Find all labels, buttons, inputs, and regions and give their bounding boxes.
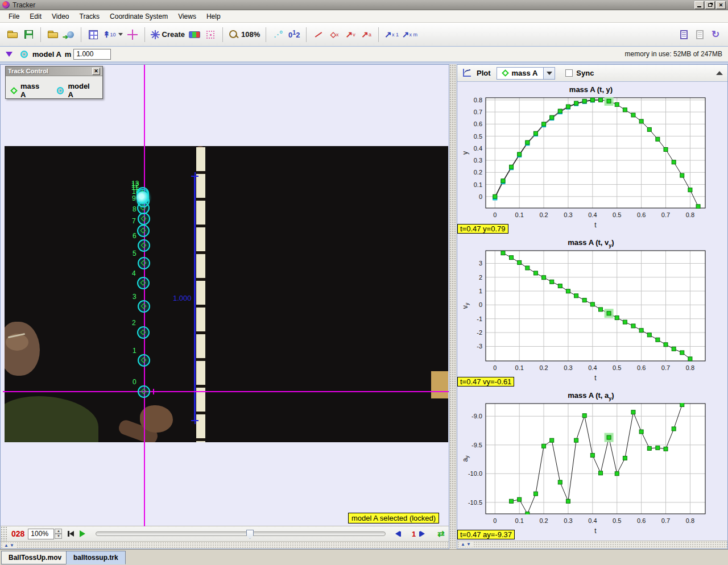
- plot-pane-splitter[interactable]: ▲▼: [457, 541, 727, 549]
- track-point-8[interactable]: 8: [138, 213, 150, 225]
- refresh-button[interactable]: ↻: [708, 26, 723, 43]
- svg-text:0.7: 0.7: [474, 109, 482, 115]
- restore-button[interactable]: [705, 1, 715, 9]
- stretch-xm-button[interactable]: ↗x m: [400, 26, 419, 43]
- svg-text:0.6: 0.6: [637, 517, 646, 524]
- open-library-button[interactable]: [45, 26, 61, 43]
- marker-style-button[interactable]: .·°: [270, 26, 286, 43]
- plot-chart-y[interactable]: 00.10.20.30.40.50.60.70.800.10.20.30.40.…: [458, 97, 722, 232]
- track-point-2[interactable]: 2: [137, 326, 150, 339]
- model-a-circle-icon: [57, 87, 64, 94]
- track-point-4[interactable]: 4: [137, 277, 150, 289]
- zoom-button[interactable]: 108%: [227, 26, 262, 43]
- collapse-panel-icon[interactable]: [716, 71, 723, 75]
- plot-panel-y[interactable]: mass A (t, y) 00.10.20.30.40.50.60.70.80…: [457, 82, 727, 235]
- open-button[interactable]: [5, 26, 20, 43]
- plot-chart-vy[interactable]: 00.10.20.30.40.50.60.70.83210-1-2-3tvy: [458, 250, 722, 385]
- step-back-button[interactable]: [395, 531, 401, 537]
- track-control-close-icon[interactable]: ✕: [92, 68, 100, 75]
- dropdown-arrow-button[interactable]: [543, 68, 555, 79]
- calibration-end-top[interactable]: [191, 172, 198, 180]
- track-name-label[interactable]: model A: [32, 50, 61, 59]
- clip-settings-button[interactable]: [85, 26, 101, 43]
- positions-button[interactable]: ◇x: [326, 26, 342, 43]
- data-builder-button[interactable]: [692, 26, 708, 43]
- y-axis-line[interactable]: [144, 65, 145, 526]
- tab-balltossup-mov[interactable]: BallTossUp.mov: [1, 551, 69, 564]
- rate-field[interactable]: 100%: [28, 529, 54, 539]
- track-item-model-a[interactable]: model A: [57, 82, 97, 99]
- step-size[interactable]: 1: [412, 530, 416, 538]
- plot-view-icon[interactable]: [462, 69, 472, 78]
- trace-line-button[interactable]: [311, 26, 326, 43]
- splitter-arrows-icon[interactable]: ▲▼: [3, 543, 16, 548]
- calibration-length-label[interactable]: 1.000: [173, 294, 192, 302]
- zoom-level: 108%: [241, 30, 260, 39]
- step-forward-button[interactable]: [419, 531, 425, 537]
- menu-file[interactable]: File: [3, 11, 24, 22]
- player-grip[interactable]: [1, 526, 8, 541]
- track-point-0[interactable]: 0: [138, 385, 150, 398]
- mass-field[interactable]: [73, 49, 111, 60]
- acceleration-arrow-icon: ↗: [362, 30, 369, 40]
- import-icon: ➔: [64, 31, 74, 39]
- menu-coordinate-system[interactable]: Coordinate System: [105, 11, 173, 22]
- acceleration-vectors-button[interactable]: ↗a: [358, 26, 374, 43]
- bottom-splitter[interactable]: ▲▼: [1, 541, 449, 549]
- plot-chart-ay[interactable]: 00.10.20.30.40.50.60.70.8-9.0-9.5-10.0-1…: [458, 402, 722, 538]
- menu-help[interactable]: Help: [201, 11, 226, 22]
- track-item-mass-a[interactable]: mass A: [11, 82, 47, 99]
- track-point-3[interactable]: 3: [138, 300, 150, 313]
- sync-checkbox[interactable]: [565, 69, 573, 77]
- track-control-titlebar[interactable]: Track Control ✕: [6, 67, 102, 76]
- plot-pane: Plot mass A Sync mass A (t, y) 00.10.20.…: [457, 64, 728, 549]
- track-point-5[interactable]: 5: [138, 257, 150, 269]
- track-point-1[interactable]: 1: [138, 354, 150, 367]
- menu-tracks[interactable]: Tracks: [75, 11, 105, 22]
- pane-divider[interactable]: [449, 64, 457, 549]
- x-axis-line[interactable]: [3, 391, 449, 392]
- stretch-x1-button[interactable]: ↗x 1: [383, 26, 400, 43]
- clip-control-button[interactable]: [187, 26, 202, 43]
- track-menu-triangle-icon[interactable]: [6, 52, 13, 57]
- plot-view-label: Plot: [477, 69, 491, 77]
- svg-text:0.8: 0.8: [686, 211, 694, 218]
- rate-spinner[interactable]: ▲▼: [55, 529, 62, 539]
- reset-button[interactable]: [68, 531, 74, 537]
- current-ball-position[interactable]: [136, 192, 149, 204]
- mass-a-diamond-icon: [10, 87, 18, 94]
- filmstrip-icon: [89, 30, 98, 39]
- menu-edit[interactable]: Edit: [24, 11, 47, 22]
- create-button[interactable]: Create: [149, 26, 187, 43]
- menu-views[interactable]: Views: [173, 11, 201, 22]
- play-button[interactable]: [80, 530, 85, 537]
- plot-panel-ay[interactable]: mass A (t, ay) 00.10.20.30.40.50.60.70.8…: [457, 388, 727, 541]
- close-button[interactable]: ✕: [716, 1, 726, 9]
- frame-slider[interactable]: ▲ ▲: [96, 531, 386, 536]
- velocity-vectors-button[interactable]: ↗v: [342, 26, 358, 43]
- save-button[interactable]: [20, 26, 36, 43]
- refresh-icon: ↻: [712, 28, 719, 40]
- track-select-dropdown[interactable]: mass A: [497, 67, 556, 80]
- slider-thumb[interactable]: [246, 530, 254, 539]
- minimize-button[interactable]: [694, 1, 704, 9]
- tab-balltossup-trk[interactable]: balltossup.trk: [66, 551, 126, 564]
- model-a-icon[interactable]: [20, 51, 28, 58]
- trails-button[interactable]: ↟ 10: [101, 26, 125, 43]
- video-frame[interactable]: 1.000: [5, 146, 448, 442]
- import-data-button[interactable]: ➔: [61, 26, 77, 43]
- axes-button[interactable]: [125, 26, 140, 43]
- notes-button[interactable]: [676, 26, 692, 43]
- plot-panel-vy[interactable]: mass A (t, vy) 00.10.20.30.40.50.60.70.8…: [457, 235, 727, 388]
- step-numbers-button[interactable]: 012: [286, 26, 302, 43]
- create-label: Create: [162, 30, 185, 39]
- splitter-arrows-icon[interactable]: ▲▼: [460, 542, 473, 547]
- calibration-stick[interactable]: [194, 176, 196, 420]
- calibration-button[interactable]: [202, 26, 218, 43]
- menu-video[interactable]: Video: [47, 11, 74, 22]
- track-point-6[interactable]: 6: [138, 239, 150, 252]
- track-point-7[interactable]: 7: [137, 225, 150, 237]
- loop-button[interactable]: ⇄: [437, 529, 445, 539]
- calibration-end-bottom[interactable]: [191, 417, 198, 424]
- trails-count: 10: [110, 32, 116, 38]
